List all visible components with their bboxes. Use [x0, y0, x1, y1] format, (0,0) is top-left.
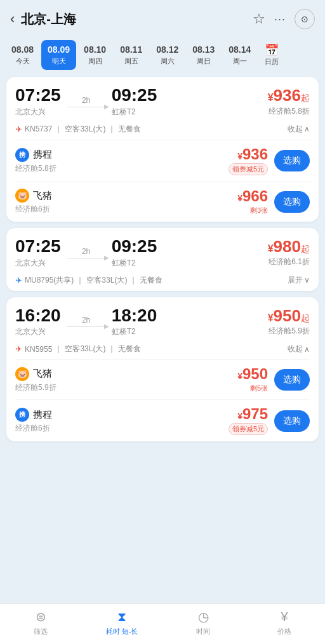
- provider-price-ctrip-3: ¥975 领券减5元: [229, 406, 268, 435]
- calendar-icon: 📅: [265, 43, 279, 57]
- header-left: ‹ 北京-上海: [10, 11, 76, 28]
- ctrip-logo: 携: [15, 148, 29, 162]
- date-tab-0813[interactable]: 08.13 周日: [186, 40, 221, 70]
- nav-price[interactable]: ¥ 价格: [262, 610, 307, 636]
- provider-row-ctrip-1: 携 携程 经济舱5.8折 ¥936 领券减5元 选购: [6, 140, 319, 182]
- date-tab-0812[interactable]: 08.12 周六: [150, 40, 185, 70]
- bottom-nav: ⊜ 筛选 ⧗ 耗时 短-长 ◷ 时间 ¥ 价格: [0, 603, 325, 644]
- duration-2: 2h: [67, 247, 105, 258]
- date-tab-0808[interactable]: 08.08 今天: [5, 40, 40, 70]
- toggle-btn-2[interactable]: 展开 ∨: [288, 275, 310, 286]
- flight-times-2: 07:25 北京大兴 2h 09:25 虹桥T2: [15, 237, 157, 269]
- buy-button-ctrip-1[interactable]: 选购: [274, 150, 310, 171]
- nav-duration[interactable]: ⧗ 耗时 短-长: [100, 610, 144, 636]
- buy-button-fliggy-3[interactable]: 选购: [274, 369, 310, 391]
- ctrip-logo-3: 携: [15, 408, 29, 422]
- nav-filter[interactable]: ⊜ 筛选: [18, 609, 63, 636]
- flight-dep-3: 16:20 北京大兴: [15, 306, 61, 338]
- duration-line-3: [67, 326, 105, 327]
- flight-dep-2: 07:25 北京大兴: [15, 237, 61, 269]
- header-icons: ☆ ··· ⊙: [253, 9, 315, 29]
- page-title: 北京-上海: [21, 11, 76, 28]
- flight-card-1: 07:25 北京大兴 2h 09:25 虹桥T2 ¥936起 经济舱5.8折: [6, 77, 319, 222]
- flight-price-2: ¥980起 经济舱6.1折: [268, 238, 310, 268]
- provider-row-fliggy-1: 🐷 飞猪 经济舱6折 ¥966 剩3张 选购: [6, 182, 319, 222]
- duration-1: 2h: [67, 96, 105, 107]
- flight-price-1: ¥936起 经济舱5.8折: [268, 86, 310, 117]
- nav-time[interactable]: ◷ 时间: [181, 609, 225, 636]
- flight-card-3: 16:20 北京大兴 2h 18:20 虹桥T2 ¥950起 经济舱5.9折: [6, 297, 319, 442]
- flight-info-2: ✈ MU8795(共享) ｜ 空客33L(大) ｜ 无餐食 展开 ∨: [6, 275, 319, 291]
- flight-cards-container: 07:25 北京大兴 2h 09:25 虹桥T2 ¥936起 经济舱5.8折: [0, 77, 325, 492]
- flight-main-1: 07:25 北京大兴 2h 09:25 虹桥T2 ¥936起 经济舱5.8折: [6, 77, 319, 124]
- flight-arr-3: 18:20 虹桥T2: [112, 306, 157, 338]
- flight-main-2: 07:25 北京大兴 2h 09:25 虹桥T2 ¥980起 经济舱6.1折: [6, 228, 319, 275]
- provider-price-fliggy-3: ¥950 剩5张: [237, 366, 268, 393]
- date-tabs-container: 08.08 今天 08.09 明天 08.10 周四 08.11 周五 08.1…: [0, 36, 325, 77]
- airline-icon-2: ✈: [15, 276, 22, 285]
- flight-main-3: 16:20 北京大兴 2h 18:20 虹桥T2 ¥950起 经济舱5.9折: [6, 297, 319, 344]
- record-icon[interactable]: ⊙: [295, 9, 315, 29]
- toggle-btn-1[interactable]: 收起 ∧: [288, 124, 310, 135]
- buy-button-fliggy-1[interactable]: 选购: [274, 191, 310, 213]
- flight-arr-2: 09:25 虹桥T2: [112, 237, 157, 269]
- header: ‹ 北京-上海 ☆ ··· ⊙: [0, 0, 325, 36]
- date-tab-0814[interactable]: 08.14 周一: [222, 40, 257, 70]
- date-tab-0810[interactable]: 08.10 周四: [77, 40, 112, 70]
- buy-button-ctrip-3[interactable]: 选购: [274, 410, 310, 432]
- flight-times-1: 07:25 北京大兴 2h 09:25 虹桥T2: [15, 86, 157, 117]
- provider-row-ctrip-3: 携 携程 经济舱6折 ¥975 领券减5元 选购: [6, 400, 319, 441]
- provider-price-ctrip-1: ¥936 领券减5元: [229, 147, 268, 175]
- flight-info-3: ✈ KN5955 ｜ 空客33L(大) ｜ 无餐食 收起 ∧: [6, 344, 319, 359]
- back-button[interactable]: ‹: [10, 11, 15, 27]
- filter-icon: ⊜: [36, 609, 46, 624]
- provider-price-fliggy-1: ¥966 剩3张: [237, 189, 268, 215]
- duration-line-1: [67, 107, 105, 107]
- toggle-btn-3[interactable]: 收起 ∧: [288, 344, 310, 354]
- flight-card-2: 07:25 北京大兴 2h 09:25 虹桥T2 ¥980起 经济舱6.1折: [6, 228, 319, 291]
- duration-icon: ⧗: [117, 610, 126, 624]
- more-icon[interactable]: ···: [274, 13, 286, 26]
- calendar-button[interactable]: 📅 日历: [258, 39, 285, 70]
- price-icon: ¥: [281, 610, 288, 624]
- fliggy-logo: 🐷: [15, 189, 29, 203]
- duration-3: 2h: [67, 316, 105, 327]
- flight-price-3: ¥950起 经济舱5.9折: [268, 307, 310, 337]
- flight-info-1: ✈ KN5737 ｜ 空客33L(大) ｜ 无餐食 收起 ∧: [6, 124, 319, 140]
- date-tab-0811[interactable]: 08.11 周五: [114, 40, 149, 70]
- flight-arr-1: 09:25 虹桥T2: [112, 86, 157, 117]
- airline-icon-3: ✈: [15, 344, 22, 354]
- duration-line-2: [67, 258, 105, 258]
- flight-dep-1: 07:25 北京大兴: [15, 86, 61, 117]
- fliggy-logo-3: 🐷: [15, 367, 29, 381]
- provider-row-fliggy-3: 🐷 飞猪 经济舱5.9折 ¥950 剩5张 选购: [6, 360, 319, 399]
- flight-times-3: 16:20 北京大兴 2h 18:20 虹桥T2: [15, 306, 157, 338]
- date-tab-0809[interactable]: 08.09 明天: [41, 40, 76, 70]
- airline-icon-1: ✈: [15, 124, 22, 134]
- time-icon: ◷: [198, 609, 209, 624]
- favorite-icon[interactable]: ☆: [253, 11, 265, 27]
